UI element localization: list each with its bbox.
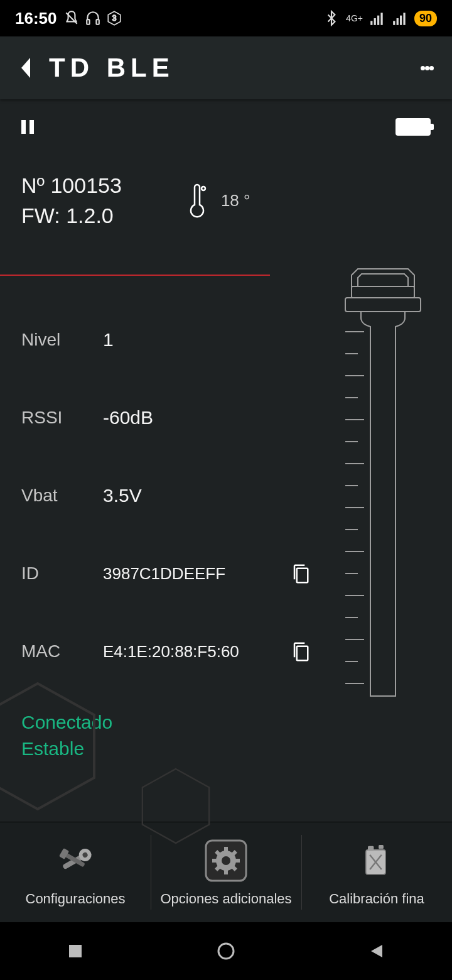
back-button[interactable] [13, 49, 38, 87]
main-content: Nº 100153 FW: 1.2.0 18 ° Nivel 1 RSSI -6… [0, 99, 452, 822]
stat-rssi: RSSI -60dB [21, 398, 310, 438]
stat-mac: MAC E4:1E:20:88:F5:60 [21, 631, 310, 672]
connection-line2: Estable [21, 736, 431, 762]
svg-rect-6 [377, 16, 379, 25]
status-time: 16:50 [15, 9, 57, 28]
svg-rect-7 [380, 13, 382, 25]
svg-rect-5 [374, 18, 376, 25]
level-label: Nivel [21, 330, 103, 350]
connection-status: Conectado Estable [21, 709, 431, 762]
sensor-probe-icon [326, 263, 439, 702]
vbat-label: Vbat [21, 486, 103, 506]
nav-options-label: Opciones adicionales [160, 891, 291, 907]
svg-rect-17 [297, 646, 308, 661]
svg-point-15 [202, 187, 205, 190]
svg-point-59 [218, 944, 234, 959]
svg-point-44 [222, 856, 230, 865]
svg-rect-47 [212, 859, 217, 863]
svg-rect-18 [352, 286, 414, 298]
svg-rect-55 [379, 845, 384, 849]
nav-calib-label: Calibración fina [329, 891, 424, 907]
svg-rect-4 [370, 21, 372, 25]
connection-line1: Conectado [21, 709, 431, 736]
jerrycan-icon [354, 838, 399, 883]
signal-2-icon [392, 10, 408, 26]
svg-rect-1 [96, 19, 99, 24]
vbat-value: 3.5V [103, 485, 142, 506]
separator-line [0, 275, 270, 276]
mac-value: E4:1E:20:88:F5:60 [103, 642, 239, 662]
nav-calibration[interactable]: Calibración fina [301, 822, 452, 922]
nav-config-label: Configuraciones [26, 891, 126, 907]
wrench-icon [53, 838, 98, 883]
serial-number: Nº 100153 [21, 171, 122, 201]
svg-rect-58 [69, 945, 82, 957]
rssi-value: -60dB [103, 407, 153, 428]
hex-3-icon: 3 [106, 10, 122, 26]
network-type: 4G+ [346, 13, 363, 23]
id-value: 3987C1DDEEFF [103, 564, 225, 584]
signal-1-icon [369, 10, 385, 26]
svg-rect-0 [87, 19, 89, 24]
app-header: TD BLE [0, 36, 452, 99]
device-battery-icon [396, 118, 431, 136]
id-label: ID [21, 564, 103, 584]
svg-rect-46 [224, 869, 228, 874]
rssi-label: RSSI [21, 408, 103, 428]
svg-rect-19 [345, 298, 421, 312]
gear-icon [203, 838, 249, 883]
svg-rect-9 [397, 18, 399, 25]
svg-marker-60 [371, 945, 382, 957]
copy-id-button[interactable] [291, 563, 310, 584]
svg-rect-8 [393, 21, 395, 25]
svg-rect-10 [400, 16, 402, 25]
stat-level: Nivel 1 [21, 320, 310, 360]
copy-mac-button[interactable] [291, 641, 310, 662]
nav-config[interactable]: Configuraciones [0, 822, 151, 922]
headphones-icon [85, 10, 101, 26]
bluetooth-icon [323, 10, 340, 26]
svg-marker-12 [21, 58, 30, 78]
svg-rect-11 [403, 13, 405, 25]
sys-recent-button[interactable] [38, 932, 113, 970]
sys-home-button[interactable] [188, 932, 264, 970]
nav-options[interactable]: Opciones adicionales [151, 822, 301, 922]
mute-icon [63, 10, 80, 26]
temperature-value: 18 ° [221, 191, 250, 210]
svg-text:3: 3 [112, 14, 116, 23]
page-title: TD BLE [49, 53, 175, 83]
pause-button[interactable] [21, 120, 34, 134]
stat-id: ID 3987C1DDEEFF [21, 553, 310, 594]
mac-label: MAC [21, 641, 103, 662]
svg-rect-16 [297, 569, 308, 583]
sys-back-button[interactable] [339, 932, 414, 970]
svg-rect-54 [368, 846, 374, 851]
bottom-nav: Configuraciones Opciones adicionales [0, 822, 452, 922]
battery-pill: 90 [414, 11, 437, 26]
firmware-version: FW: 1.2.0 [21, 201, 122, 231]
svg-rect-45 [224, 847, 228, 852]
system-nav [0, 922, 452, 980]
svg-rect-48 [235, 859, 240, 863]
status-bar: 16:50 3 4G+ 90 [0, 0, 452, 36]
stat-vbat: Vbat 3.5V [21, 476, 310, 516]
level-value: 1 [103, 329, 114, 351]
more-button[interactable] [414, 49, 439, 87]
device-info: Nº 100153 FW: 1.2.0 [21, 171, 122, 231]
thermometer-icon [185, 183, 210, 219]
